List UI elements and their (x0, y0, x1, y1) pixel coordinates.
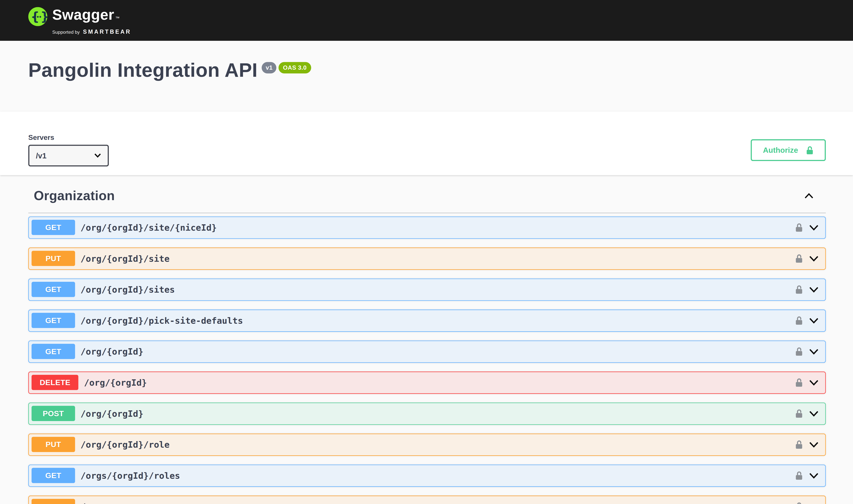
info-section: Pangolin Integration API v1 OAS 3.0 (0, 41, 853, 112)
chevron-down-icon[interactable] (809, 503, 819, 504)
servers-selected-value: /v1 (36, 151, 47, 160)
servers-block: Servers /v1 (28, 133, 109, 166)
operation-summary[interactable]: PUT /org/{orgId}/role (29, 434, 825, 455)
chevron-down-icon[interactable] (809, 379, 819, 386)
operation-row-icons (795, 284, 823, 295)
api-title-text: Pangolin Integration API (28, 60, 258, 80)
chevron-down-icon[interactable] (809, 317, 819, 324)
lock-icon[interactable] (795, 409, 803, 419)
operation-row-icons (795, 470, 823, 481)
operation-path: /org/{orgId}/pick-site-defaults (80, 316, 243, 326)
logo-text: Swagger™ Supported by SMARTBEAR (52, 6, 131, 35)
chevron-down-icon[interactable] (809, 255, 819, 262)
main-content: Organization GET /org/{orgId}/site/{nice… (28, 175, 826, 504)
operation-path: /org/{orgId}/role (80, 439, 170, 450)
operation-row-icons (795, 253, 823, 264)
authorize-label: Authorize (763, 146, 798, 155)
lock-icon[interactable] (795, 253, 803, 264)
operation-row-icons (795, 346, 823, 357)
smartbear-wordmark: SMARTBEAR (83, 28, 131, 35)
chevron-down-icon[interactable] (809, 472, 819, 479)
operation-row-get[interactable]: GET /org/{orgId}/site/{niceId} (28, 216, 826, 239)
operation-path: /org/{orgId} (84, 377, 147, 388)
tagline: Supported by SMARTBEAR (52, 28, 131, 35)
operation-row-get[interactable]: GET /orgs/{orgId}/roles (28, 465, 826, 487)
operation-path: /org (80, 501, 102, 504)
lock-icon[interactable] (795, 316, 803, 326)
operation-summary[interactable]: DELETE /org/{orgId} (29, 372, 825, 393)
version-badge: v1 (262, 62, 276, 73)
lock-icon[interactable] (795, 346, 803, 357)
operation-row-icons (795, 222, 823, 233)
page: { } Swagger™ Supported by SMARTBEAR (0, 0, 853, 504)
operation-path: /org/{orgId} (80, 409, 143, 419)
operations-list: GET /org/{orgId}/site/{niceId} PUT /org/… (28, 213, 826, 504)
trademark-mark: ™ (115, 16, 120, 21)
method-badge: GET (32, 468, 75, 483)
scheme-container: Servers /v1 Authorize (0, 112, 853, 175)
topbar: { } Swagger™ Supported by SMARTBEAR (0, 0, 853, 41)
method-badge: PUT (32, 251, 75, 266)
operation-summary[interactable]: GET /orgs/{orgId}/roles (29, 465, 825, 486)
operation-path: /org/{orgId}/sites (80, 284, 175, 295)
servers-label: Servers (28, 133, 109, 142)
section-header-organization[interactable]: Organization (28, 175, 826, 213)
operation-row-icons (795, 377, 823, 388)
lock-icon[interactable] (795, 501, 803, 504)
topbar-inner: { } Swagger™ Supported by SMARTBEAR (28, 6, 826, 35)
swagger-logo-icon: { } (28, 7, 47, 26)
operation-path: /org/{orgId} (80, 346, 143, 357)
chevron-down-icon (94, 153, 101, 158)
authorize-button[interactable]: Authorize (751, 139, 826, 161)
operation-row-get[interactable]: GET /org/{orgId} (28, 340, 826, 363)
unlock-icon (806, 145, 814, 155)
method-badge: POST (32, 406, 75, 421)
method-badge: GET (32, 313, 75, 328)
operation-row-icons (795, 501, 823, 504)
servers-select[interactable]: /v1 (28, 145, 109, 166)
operation-row-put[interactable]: PUT /org (28, 496, 826, 504)
operation-row-icons (795, 316, 823, 326)
lock-icon[interactable] (795, 284, 803, 295)
page-title: Pangolin Integration API v1 OAS 3.0 (28, 60, 826, 80)
lock-icon[interactable] (795, 470, 803, 481)
chevron-up-icon[interactable] (804, 193, 814, 199)
oas-badge: OAS 3.0 (278, 62, 311, 73)
operation-summary[interactable]: GET /org/{orgId}/pick-site-defaults (29, 310, 825, 331)
chevron-down-icon[interactable] (809, 286, 819, 293)
swagger-logo-link[interactable]: { } Swagger™ Supported by SMARTBEAR (28, 6, 131, 35)
chevron-down-icon[interactable] (809, 224, 819, 231)
lock-icon[interactable] (795, 377, 803, 388)
operation-row-delete[interactable]: DELETE /org/{orgId} (28, 372, 826, 394)
method-badge: GET (32, 344, 75, 359)
operation-row-get[interactable]: GET /org/{orgId}/sites (28, 278, 826, 301)
method-badge: DELETE (32, 375, 79, 390)
chevron-down-icon[interactable] (809, 348, 819, 355)
chevron-down-icon[interactable] (809, 441, 819, 448)
operation-path: /org/{orgId}/site (80, 253, 170, 264)
operation-summary[interactable]: PUT /org/{orgId}/site (29, 248, 825, 269)
operation-summary[interactable]: GET /org/{orgId} (29, 341, 825, 362)
operation-row-put[interactable]: PUT /org/{orgId}/role (28, 433, 826, 456)
title-badges: v1 OAS 3.0 (262, 62, 311, 73)
brand-name: Swagger™ (52, 6, 131, 27)
tagline-prefix: Supported by (52, 30, 80, 35)
lock-icon[interactable] (795, 222, 803, 233)
section-title: Organization (34, 188, 115, 204)
method-badge: PUT (32, 437, 75, 452)
operation-row-get[interactable]: GET /org/{orgId}/pick-site-defaults (28, 309, 826, 332)
operation-row-post[interactable]: POST /org/{orgId} (28, 402, 826, 425)
lock-icon[interactable] (795, 439, 803, 450)
operation-path: /orgs/{orgId}/roles (80, 470, 180, 481)
operation-row-icons (795, 409, 823, 419)
operation-summary[interactable]: POST /org/{orgId} (29, 403, 825, 424)
operation-summary[interactable]: PUT /org (29, 496, 825, 504)
operation-row-put[interactable]: PUT /org/{orgId}/site (28, 247, 826, 270)
method-badge: GET (32, 282, 75, 297)
operation-path: /org/{orgId}/site/{niceId} (80, 222, 217, 233)
operation-summary[interactable]: GET /org/{orgId}/site/{niceId} (29, 217, 825, 238)
method-badge: GET (32, 220, 75, 235)
svg-text:}: } (40, 10, 47, 24)
operation-summary[interactable]: GET /org/{orgId}/sites (29, 279, 825, 300)
chevron-down-icon[interactable] (809, 410, 819, 417)
